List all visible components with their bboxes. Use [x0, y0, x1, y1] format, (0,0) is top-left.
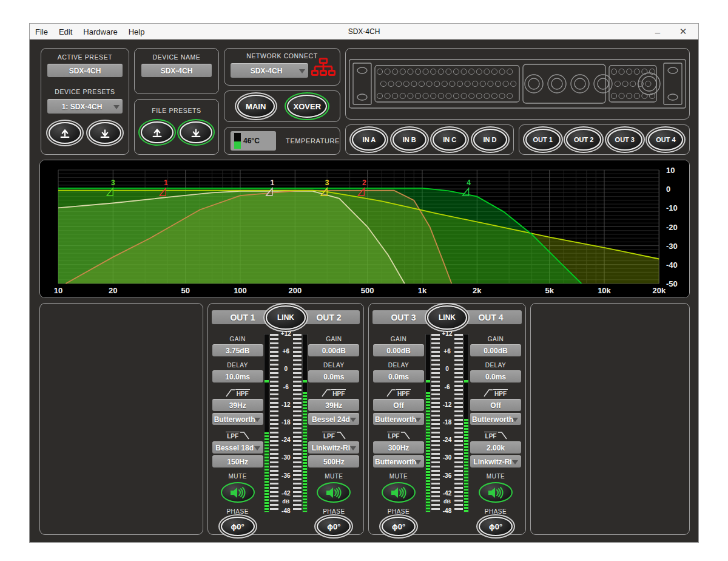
out-1-button[interactable]: OUT 1 [525, 129, 561, 151]
output-buttons-panel: OUT 1 OUT 2 OUT 3 OUT 4 [519, 124, 690, 155]
delay-label: DELAY [485, 362, 507, 369]
main-view-button[interactable]: MAIN [237, 95, 275, 118]
out4-hpf-type-select[interactable]: Butterworth [470, 413, 521, 425]
phase-label: PHASE [485, 508, 507, 515]
out-2-button[interactable]: OUT 2 [566, 129, 601, 151]
lpf-slope-icon [400, 431, 410, 440]
frequency-response-graph[interactable]: 3113241020501002005001k2k5k10k20k100-10-… [39, 160, 690, 298]
out1-phase-button[interactable]: ϕ0° [221, 517, 255, 536]
out-3-button[interactable]: OUT 3 [607, 129, 642, 151]
in-b-button[interactable]: IN B [393, 129, 426, 151]
out1-lpf-type-select[interactable]: Bessel 18d [212, 441, 263, 454]
lpf-label: LPF [484, 431, 508, 440]
out3-delay-value[interactable]: 0.0ms [373, 370, 424, 382]
svg-text:1k: 1k [418, 286, 427, 295]
out2-phase-button[interactable]: ϕ0° [317, 517, 351, 536]
out1-delay-value[interactable]: 10.0ms [212, 370, 263, 382]
out-4-button[interactable]: OUT 4 [648, 129, 683, 151]
svg-text:50: 50 [181, 286, 189, 295]
out3-mute-button[interactable] [382, 482, 416, 503]
svg-text:10: 10 [54, 286, 62, 295]
out1-lpf-freq[interactable]: 150Hz [212, 455, 263, 467]
lpf-label: LPF [322, 431, 346, 440]
chevron-down-icon [113, 105, 120, 109]
out2-lpf-type-select[interactable]: Linkwitz-Ri [308, 441, 359, 454]
out2-delay-value[interactable]: 0.0ms [308, 370, 359, 382]
lpf-label: LPF [387, 431, 411, 440]
hpf-label: HPF [386, 389, 411, 397]
out4-mute-button[interactable] [479, 482, 513, 503]
out2-hpf-freq[interactable]: 39Hz [308, 399, 359, 411]
out1-hpf-freq[interactable]: 39Hz [212, 399, 263, 411]
download-icon [99, 128, 111, 138]
out3-hpf-type-select[interactable]: Butterworth [373, 413, 424, 425]
out4-lpf-freq[interactable]: 2.00k [470, 441, 521, 454]
hpf-label: HPF [226, 389, 250, 397]
empty-panel-right [530, 303, 690, 535]
out2-mute-button[interactable] [317, 482, 351, 503]
delay-label: DELAY [323, 362, 345, 369]
link-out1-out2-button[interactable]: LINK [266, 305, 306, 330]
xover-view-button[interactable]: XOVER [287, 95, 327, 118]
in-d-button[interactable]: IN D [473, 129, 507, 151]
out2-gain-value[interactable]: 0.00dB [308, 344, 359, 356]
in-a-button[interactable]: IN A [352, 129, 386, 151]
out4-delay-value[interactable]: 0.0ms [470, 370, 521, 382]
svg-text:100: 100 [234, 286, 247, 295]
chevron-down-icon [512, 418, 518, 422]
out3-gain-value[interactable]: 0.00dB [373, 344, 424, 356]
svg-text:10k: 10k [598, 286, 611, 295]
link-out3-out4-button[interactable]: LINK [427, 305, 467, 330]
gain-label: GAIN [229, 336, 245, 342]
gain-label: GAIN [488, 336, 504, 342]
out4-level-meter [463, 334, 469, 512]
svg-text:5k: 5k [545, 286, 554, 295]
menu-hardware[interactable]: Hardware [78, 27, 123, 36]
meter-ticks [454, 334, 463, 511]
out2-header: OUT 2 [298, 310, 360, 324]
mute-label: MUTE [389, 473, 408, 480]
out1-mute-button[interactable] [221, 482, 255, 503]
out4-gain-value[interactable]: 0.00dB [470, 344, 521, 356]
out2-lpf-freq[interactable]: 500Hz [308, 455, 359, 467]
svg-text:-20: -20 [666, 223, 678, 232]
temperature-panel: 46°C TEMPERATURE [224, 127, 340, 155]
chevron-down-icon [254, 418, 260, 422]
chevron-down-icon [415, 418, 421, 422]
close-button[interactable]: ✕ [670, 26, 696, 37]
empty-panel-left [39, 303, 203, 535]
out2-hpf-type-select[interactable]: Bessel 24d [308, 413, 359, 425]
out4-phase-button[interactable]: ϕ0° [479, 517, 513, 536]
out1-level-meter [264, 334, 269, 512]
out1-hpf-type-select[interactable]: Butterworth [212, 413, 263, 425]
out3-hpf-freq[interactable]: Off [373, 399, 424, 411]
out1-gain-value[interactable]: 3.75dB [212, 344, 263, 356]
menu-help[interactable]: Help [123, 27, 150, 36]
menu-edit[interactable]: Edit [53, 27, 78, 36]
preset-download-button[interactable] [89, 122, 121, 144]
screen: File Edit Hardware Help SDX-4CH – ✕ ACTI… [0, 0, 728, 561]
svg-text:20k: 20k [652, 286, 666, 295]
in-c-button[interactable]: IN C [433, 129, 467, 151]
out4-lpf-type-select[interactable]: Linkwitz-Ri [470, 455, 521, 467]
out3-lpf-freq[interactable]: 300Hz [373, 441, 424, 454]
upload-icon [151, 127, 163, 138]
svg-text:-10: -10 [666, 203, 678, 212]
file-download-button[interactable] [180, 121, 212, 143]
minimize-button[interactable]: – [645, 27, 670, 37]
menu-file[interactable]: File [30, 27, 53, 36]
out3-lpf-type-select[interactable]: Butterworth [373, 455, 424, 467]
svg-text:1: 1 [164, 178, 168, 187]
out3-level-meter [425, 334, 431, 512]
out4-hpf-freq[interactable]: Off [470, 399, 521, 411]
out3-phase-button[interactable]: ϕ0° [382, 517, 416, 536]
input-buttons-panel: IN A IN B IN C IN D [345, 124, 514, 155]
file-upload-button[interactable] [141, 121, 174, 143]
out1-out2-meters: +12+60-6-12-18-24-30-36-42-48dB [264, 333, 307, 514]
preset-upload-button[interactable] [49, 122, 81, 144]
device-presets-select[interactable]: 1: SDX-4CH [47, 99, 123, 114]
active-preset-label: ACTIVE PRESET [41, 53, 129, 61]
out1-header: OUT 1 [212, 310, 274, 324]
speaker-icon [487, 486, 504, 499]
network-device-select[interactable]: SDX-4CH [231, 63, 308, 78]
